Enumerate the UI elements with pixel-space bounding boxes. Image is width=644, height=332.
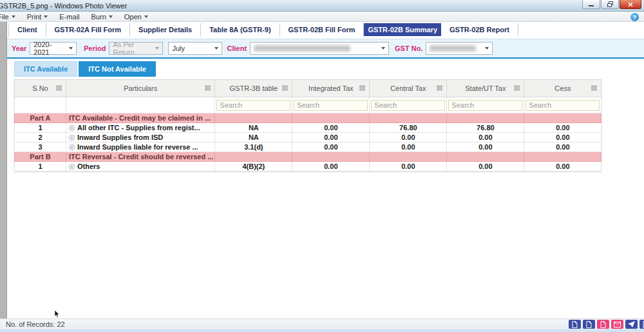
gst-app-screenshot: ClientGSTR-02A Fill FormSupplier Details… [7,22,644,329]
period-label: Period [84,44,106,52]
search-cell-s-no [15,97,66,113]
column-header-integrated-tax[interactable]: Integrated Tax [292,80,370,97]
state_ut-cell: 0.00 [447,133,524,142]
tab-supplier-details[interactable]: Supplier Details [130,23,201,37]
state_ut-cell: 76.80 [447,123,524,133]
expand-icon-dot [71,127,73,129]
search-input-integrated-tax[interactable] [294,100,368,111]
gstr3b-cell: NA [215,123,292,133]
menu-print[interactable]: Print [21,12,54,22]
column-menu-icon[interactable] [282,86,288,90]
gst-no-value-redacted [430,45,476,52]
send-button[interactable] [625,320,638,329]
subtab-itc-available[interactable]: ITC Available [14,61,77,77]
empty-cell [215,152,292,162]
column-header-central-tax[interactable]: Central Tax [370,80,447,97]
data-row: 3Inward Supplies liable for reverse ...3… [15,142,601,152]
section-row-part-a: Part AITC Available - Credit may be clai… [15,113,601,123]
column-menu-icon[interactable] [205,86,211,90]
expand-icon[interactable] [69,135,75,141]
menu-e-mail[interactable]: E-mail [53,12,85,22]
table-search-row [15,97,601,113]
gstr3b-cell: 4(B)(2) [215,162,292,171]
column-header-gstr-3b-table[interactable]: GSTR-3B table [215,80,292,97]
chevron-down-icon [381,47,385,50]
column-header-particulars[interactable]: Particulars [66,80,215,97]
particulars-cell[interactable]: Inward Supplies from ISD [66,133,215,142]
paper-plane-icon [628,321,635,327]
column-header-cess[interactable]: Cess [524,80,601,97]
tab-gstr-02b-summary[interactable]: GSTR-02B Summary [364,23,441,36]
tab-gstr-02b-report[interactable]: GSTR-02B Report [441,23,518,37]
year-select[interactable]: 2020-2021 [30,42,77,55]
column-menu-icon[interactable] [591,86,597,90]
search-input-state-ut-tax[interactable] [448,100,522,111]
integrated-cell: 0.00 [292,123,370,133]
help-button[interactable]: ? [630,13,639,21]
column-menu-icon[interactable] [437,86,442,90]
particulars-text: Inward Supplies from ISD [77,133,163,141]
filter-bar: Year 2020-2021 Period As Per Return July… [7,39,644,59]
tab-client[interactable]: Client [8,23,46,37]
photo-viewer-window: GSTR2B_5.png - Windows Photo Viewer File… [0,0,644,332]
particulars-cell[interactable]: Inward Supplies liable for reverse ... [66,142,215,152]
cess-cell: 0.00 [524,123,601,133]
column-menu-icon[interactable] [514,86,520,90]
export-doc-2-button[interactable] [583,320,595,329]
search-input-central-tax[interactable] [371,100,445,111]
empty-cell [292,113,370,123]
minimize-button[interactable] [582,0,600,9]
column-header-s-no[interactable]: S.No [15,80,66,97]
column-menu-icon[interactable] [56,86,62,90]
data-row: 1Others4(B)(2)0.000.000.000.00 [15,162,601,171]
client-value-redacted [254,45,350,52]
chevron-down-icon [12,15,15,18]
menu-open[interactable]: Open [118,12,154,22]
close-icon [628,2,633,7]
cess-cell: 0.00 [524,142,601,152]
central-cell: 0.00 [370,162,447,171]
close-button[interactable] [620,0,641,9]
menu-burn[interactable]: Burn [86,12,118,22]
empty-cell [524,152,601,162]
email-button[interactable] [611,320,623,329]
expand-icon-dot [71,137,73,139]
particulars-cell[interactable]: Others [66,162,215,171]
client-select[interactable] [250,42,389,55]
central-cell: 0.00 [370,133,447,142]
column-label: S.No [32,84,48,92]
itc-subtabs: ITC AvailableITC Not Available [14,61,156,77]
particulars-cell[interactable]: All other ITC - Supplies from regist... [66,123,215,133]
month-select[interactable]: July [168,42,222,55]
restore-button[interactable] [601,0,619,9]
search-cell-central-tax [370,97,447,113]
tab-table-8a-gstr-9[interactable]: Table 8A (GSTR-9) [201,23,279,37]
expand-icon[interactable] [69,144,75,150]
menu-file[interactable]: File [0,12,21,22]
year-label: Year [12,44,26,52]
mouse-cursor [54,310,60,318]
tab-gstr-02a-fill-form[interactable]: GSTR-02A Fill Form [46,23,131,37]
expand-icon[interactable] [69,125,75,131]
search-cell-gstr-3b-table [215,97,292,113]
search-input-cess[interactable] [526,100,600,111]
column-menu-icon[interactable] [359,86,365,90]
search-input-gstr-3b-table[interactable] [216,100,290,111]
tab-gstr-02b-fill-form[interactable]: GSTR-02B Fill Form [280,23,365,37]
export-pdf-button[interactable] [597,320,609,329]
export-extra-button[interactable] [639,320,644,329]
gst-no-select[interactable] [426,42,493,55]
state_ut-cell: 0.00 [447,142,524,152]
integrated-cell: 0.00 [292,133,370,142]
subtab-itc-not-available[interactable]: ITC Not Available [79,61,156,77]
viewer-left-margin [0,22,7,329]
column-header-state-ut-tax[interactable]: State/UT Tax [447,80,524,97]
empty-cell [215,113,292,123]
export-doc-1-button[interactable] [569,320,581,329]
gstr3b-cell: 3.1(d) [215,142,292,152]
search-cell-particulars [66,97,215,113]
period-select[interactable]: As Per Return [109,42,163,55]
expand-icon[interactable] [69,164,75,170]
gst-no-label: GST No. [395,44,422,52]
window-title: GSTR2B_5.png - Windows Photo Viewer [0,2,127,10]
